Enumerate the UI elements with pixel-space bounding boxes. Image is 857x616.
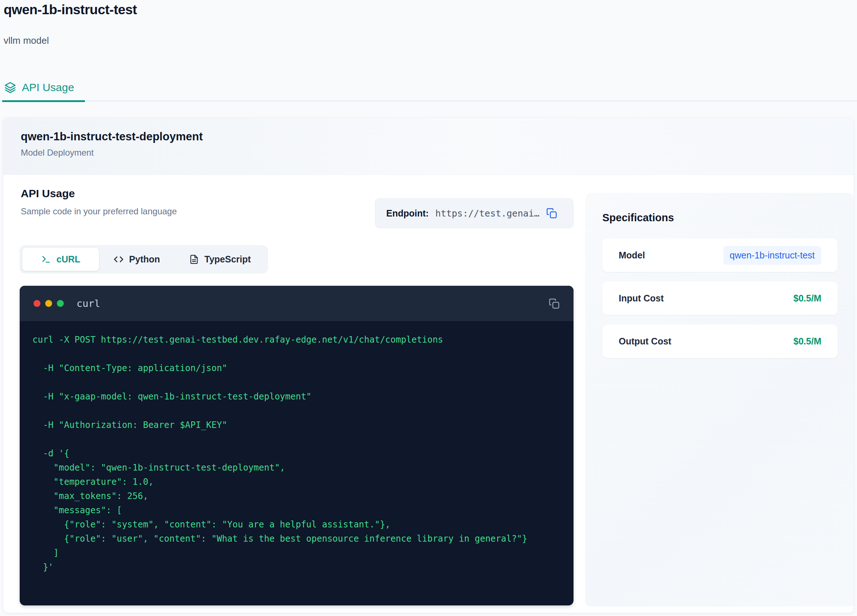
tab-curl[interactable]: cURL: [22, 248, 99, 271]
deployment-subtitle: Model Deployment: [21, 148, 854, 158]
page-subtitle: vllm model: [4, 35, 49, 46]
file-text-icon: [189, 254, 199, 264]
spec-label: Input Cost: [619, 293, 664, 303]
tab-python[interactable]: Python: [99, 248, 175, 271]
tab-api-usage[interactable]: API Usage: [2, 74, 85, 102]
spec-row-input-cost: Input Cost $0.5/M: [602, 282, 838, 315]
code-sample[interactable]: curl -X POST https://test.genai-testbed.…: [20, 321, 574, 574]
window-dot-red: [34, 300, 40, 307]
tab-curl-label: cURL: [56, 254, 80, 265]
top-tab-bar: API Usage: [0, 74, 857, 101]
layers-icon: [5, 82, 16, 93]
spec-row-model: Model qwen-1b-instruct-test: [602, 238, 838, 272]
spec-label: Output Cost: [619, 336, 671, 347]
specifications-rows: Model qwen-1b-instruct-test Input Cost $…: [602, 238, 838, 358]
deployment-card-header: qwen-1b-instruct-test-deployment Model D…: [3, 118, 854, 175]
specifications-panel: Specifications Model qwen-1b-instruct-te…: [585, 193, 854, 607]
model-badge[interactable]: qwen-1b-instruct-test: [723, 246, 821, 265]
copy-icon: [546, 208, 557, 219]
endpoint-value: https://test.genai…: [435, 208, 540, 219]
window-dot-yellow: [45, 300, 52, 307]
api-usage-heading: API Usage: [21, 187, 75, 200]
api-usage-column: API Usage Sample code in your preferred …: [20, 175, 574, 613]
page-title: qwen-1b-instruct-test: [4, 2, 137, 17]
terminal-icon: [41, 254, 51, 264]
code-icon: [114, 254, 124, 264]
page: qwen-1b-instruct-test vllm model API Usa…: [0, 0, 857, 616]
tab-typescript[interactable]: TypeScript: [175, 248, 265, 271]
code-titlebar: curl: [20, 286, 574, 321]
input-cost-value: $0.5/M: [794, 293, 821, 303]
endpoint-copy-button[interactable]: [546, 208, 557, 219]
api-usage-subheading: Sample code in your preferred language: [21, 206, 177, 217]
code-window: curl curl -X POST https://test.genai-tes…: [20, 286, 574, 605]
window-dot-green: [57, 300, 64, 307]
tab-typescript-label: TypeScript: [204, 254, 251, 265]
spec-row-output-cost: Output Cost $0.5/M: [602, 324, 838, 358]
specifications-heading: Specifications: [585, 193, 854, 224]
endpoint-pill[interactable]: Endpoint: https://test.genai…: [375, 198, 574, 228]
language-tab-group: cURL Python TypeScri: [20, 245, 268, 273]
deployment-card-body: API Usage Sample code in your preferred …: [3, 175, 854, 613]
code-copy-button[interactable]: [549, 298, 560, 309]
copy-icon: [549, 298, 560, 309]
spec-label: Model: [619, 250, 645, 261]
tab-api-usage-label: API Usage: [22, 81, 74, 94]
code-window-title: curl: [76, 298, 100, 309]
tab-python-label: Python: [129, 254, 160, 265]
output-cost-value: $0.5/M: [794, 336, 821, 347]
deployment-title: qwen-1b-instruct-test-deployment: [21, 130, 854, 143]
endpoint-label: Endpoint:: [386, 208, 429, 219]
deployment-card: qwen-1b-instruct-test-deployment Model D…: [3, 118, 854, 613]
